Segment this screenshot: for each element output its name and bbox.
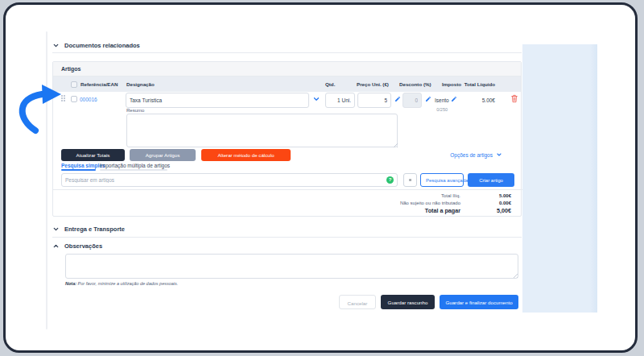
section-delivery-label: Entrega e Transporte bbox=[64, 226, 125, 233]
section-observations-label: Observações bbox=[64, 242, 102, 250]
active-tab-underline bbox=[61, 169, 96, 171]
edit-price-icon[interactable] bbox=[394, 96, 401, 102]
summary-label: Resumo bbox=[126, 108, 144, 113]
note-prefix: Nota: bbox=[65, 281, 76, 286]
col-total: Total Líquido bbox=[464, 77, 495, 92]
tab-multi-import[interactable]: Importação múltipla de artigos bbox=[100, 163, 170, 168]
observations-textarea[interactable] bbox=[65, 254, 518, 279]
section-related-docs[interactable]: Documentos relacionados bbox=[52, 42, 140, 49]
unit-price-input[interactable] bbox=[357, 93, 391, 108]
barcode-scan-button[interactable] bbox=[403, 173, 417, 187]
articles-panel-header: Artigos bbox=[53, 62, 521, 77]
col-qty: Qtd. bbox=[325, 77, 335, 92]
update-totals-button[interactable]: Atualizar Totais bbox=[61, 149, 125, 161]
delete-row-icon[interactable] bbox=[510, 94, 518, 103]
designation-dropdown-icon[interactable] bbox=[312, 95, 320, 103]
divider bbox=[52, 52, 522, 53]
designation-input[interactable] bbox=[126, 93, 309, 108]
article-options-label: Opções de artigos bbox=[450, 152, 493, 158]
section-observations[interactable]: Observações bbox=[52, 242, 102, 250]
non-taxed-value: 0.00€ bbox=[499, 201, 511, 205]
advanced-search-button[interactable]: Pesquisa avançada bbox=[420, 173, 464, 187]
col-reference: Referência/EAN bbox=[80, 77, 118, 92]
note-text: Por favor, minimize a utilização de dado… bbox=[76, 281, 178, 286]
cancel-button[interactable]: Cancelar bbox=[339, 295, 376, 309]
chevron-up-icon bbox=[52, 242, 60, 250]
total-to-pay-label: Total a pagar bbox=[425, 207, 460, 214]
articles-table-header: Referência/EAN Designação Qtd. Preço Uni… bbox=[53, 77, 521, 92]
col-tax: Imposto bbox=[442, 77, 461, 92]
non-taxed-label: Não sujeito ou não tributado bbox=[400, 201, 460, 205]
edit-tax-icon[interactable] bbox=[451, 96, 457, 102]
section-related-docs-label: Documentos relacionados bbox=[64, 42, 140, 49]
articles-panel: Artigos Referência/EAN Designação Qtd. P… bbox=[52, 61, 522, 217]
tab-simple-search[interactable]: Pesquisa simples bbox=[61, 163, 105, 168]
summary-char-counter: 0/250 bbox=[436, 107, 448, 112]
save-finalize-button[interactable]: Guardar e finalizar documento bbox=[440, 295, 518, 309]
section-delivery[interactable]: Entrega e Transporte bbox=[52, 226, 125, 233]
article-options-link[interactable]: Opções de artigos bbox=[450, 151, 502, 158]
edit-discount-icon[interactable] bbox=[425, 96, 431, 102]
content-left-divider bbox=[46, 31, 47, 329]
row-checkbox[interactable] bbox=[71, 96, 77, 102]
chevron-down-icon bbox=[496, 151, 502, 158]
col-unit-price: Preço Uni. (€) bbox=[357, 77, 389, 92]
totals-divider bbox=[53, 189, 522, 190]
idle-tab-underline bbox=[100, 169, 167, 171]
col-designation: Designação bbox=[126, 77, 155, 92]
right-highlight-panel bbox=[522, 44, 597, 313]
total-net-label: Total Ilíq. bbox=[441, 193, 460, 198]
col-discount: Desconto (%) bbox=[399, 77, 431, 92]
row-total-value: 5.00€ bbox=[482, 97, 495, 103]
total-to-pay-value: 5,00€ bbox=[497, 207, 511, 214]
chevron-down-icon bbox=[52, 226, 60, 233]
articles-panel-title: Artigos bbox=[53, 62, 521, 77]
group-articles-button[interactable]: Agrupar Artigos bbox=[130, 149, 196, 161]
qty-input[interactable] bbox=[325, 93, 355, 108]
select-all-checkbox[interactable] bbox=[71, 81, 77, 88]
observations-note: Nota: Por favor, minimize a utilização d… bbox=[65, 281, 178, 286]
change-calc-method-button[interactable]: Alterar método de cálculo bbox=[201, 149, 291, 161]
search-input[interactable] bbox=[61, 173, 398, 187]
summary-textarea[interactable] bbox=[126, 114, 398, 147]
divider bbox=[52, 237, 522, 238]
barcode-icon bbox=[409, 176, 411, 184]
app-window: Documentos relacionados Artigos Referênc… bbox=[3, 2, 638, 353]
chevron-down-icon bbox=[52, 42, 60, 49]
help-icon[interactable]: ? bbox=[386, 176, 394, 184]
discount-input bbox=[402, 93, 422, 108]
save-draft-button[interactable]: Guardar rascunho bbox=[381, 295, 435, 309]
total-net-value: 5.00€ bbox=[499, 193, 511, 198]
create-article-button[interactable]: Criar artigo bbox=[468, 173, 514, 187]
annotation-arrow-icon bbox=[11, 77, 68, 138]
row-reference-link[interactable]: 000016 bbox=[80, 97, 97, 102]
tax-value: Isento bbox=[435, 97, 449, 103]
